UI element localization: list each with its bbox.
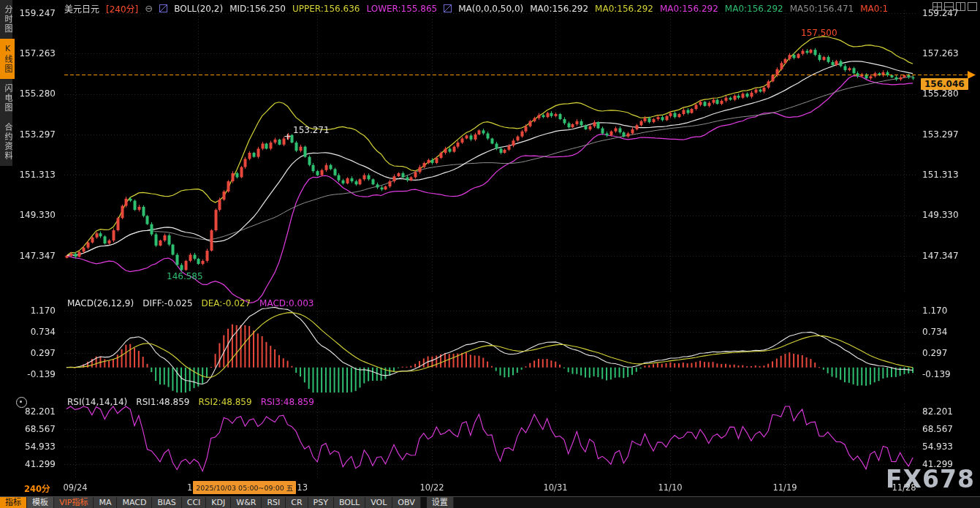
price-tick: 157.263 bbox=[18, 48, 56, 58]
tab-template[interactable]: 模板 bbox=[27, 497, 54, 508]
chart-canvas[interactable] bbox=[0, 0, 980, 508]
macd-label: MACD(26,12,9) bbox=[67, 298, 134, 308]
ma-value-2: MA0:156.292 bbox=[595, 4, 653, 14]
date-label: 11/28 bbox=[888, 482, 920, 493]
rsi-tick: 68.567 bbox=[922, 424, 960, 434]
date-label-fragment: 1 bbox=[187, 482, 192, 493]
tab-cr[interactable]: CR bbox=[286, 497, 308, 508]
price-tick: 153.297 bbox=[922, 129, 960, 140]
window-layout-hsplit-icon[interactable] bbox=[944, 2, 954, 11]
sidebar-item-contract-info[interactable]: 合约资料 bbox=[0, 118, 15, 166]
top-bar: 美元日元 [240分] ⊖ BOLL(20,2) MID:156.250 UPP… bbox=[64, 2, 888, 15]
price-tick: 147.347 bbox=[922, 251, 960, 261]
price-tick: 151.313 bbox=[18, 170, 56, 180]
ma-indicator-icon bbox=[444, 4, 452, 12]
time-axis: 240分 09/24 1 2025/10/03 05:00~09:00 五 13… bbox=[0, 481, 980, 494]
rsi3-value: RSI3:48.859 bbox=[261, 397, 314, 407]
price-tick: 149.330 bbox=[18, 210, 56, 220]
window-layout-single-icon[interactable] bbox=[968, 2, 977, 11]
price-tick: 149.330 bbox=[922, 210, 960, 220]
boll-upper-value: UPPER:156.636 bbox=[292, 4, 360, 14]
macd-title-row: MACD(26,12,9) DIFF:-0.025 DEA:-0.027 MAC… bbox=[67, 298, 314, 308]
price-tick: 159.247 bbox=[18, 8, 56, 18]
rsi-tick: 41.299 bbox=[18, 459, 56, 469]
tab-psy[interactable]: PSY bbox=[308, 497, 334, 508]
rsi1-value: RSI1:48.859 bbox=[136, 397, 189, 407]
window-controls bbox=[932, 2, 977, 11]
macd-tick: -0.139 bbox=[922, 369, 960, 379]
window-layout-vsplit-icon[interactable] bbox=[956, 2, 965, 11]
zoom-out-icon[interactable]: ⊖ bbox=[145, 3, 153, 14]
ma50-value: MA50:156.471 bbox=[790, 4, 854, 14]
period-label: [240分] bbox=[106, 2, 138, 15]
sidebar-item-time-chart[interactable]: 分时图 bbox=[0, 0, 15, 39]
tab-boll[interactable]: BOLL bbox=[334, 497, 365, 508]
date-range-tooltip: 2025/10/03 05:00~09:00 五 bbox=[193, 481, 296, 494]
macd-macd-value: MACD:0.003 bbox=[259, 298, 314, 308]
sidebar-item-kline-chart[interactable]: K线图 bbox=[0, 39, 15, 79]
tab-obv[interactable]: OBV bbox=[392, 497, 420, 508]
tab-kdj[interactable]: KDJ bbox=[206, 497, 231, 508]
macd-tick: 1.170 bbox=[18, 306, 56, 316]
macd-tick: -0.139 bbox=[18, 369, 56, 379]
macd-diff-value: DIFF:-0.025 bbox=[143, 298, 192, 308]
macd-tick: 0.734 bbox=[18, 327, 56, 337]
price-tick: 155.280 bbox=[18, 88, 56, 99]
date-label: 11/10 bbox=[654, 482, 686, 493]
price-tick: 151.313 bbox=[922, 170, 960, 180]
date-label-fragment: 13 bbox=[297, 482, 308, 493]
ma-value-4: MA0:156.292 bbox=[725, 4, 783, 14]
window-layout-grid-icon[interactable] bbox=[932, 2, 942, 11]
date-label: 09/24 bbox=[59, 482, 91, 493]
last-price-tag: 156.046 bbox=[921, 78, 968, 90]
tab-vip-indicators[interactable]: VIP指标 bbox=[54, 497, 94, 508]
sidebar-item-flash-chart[interactable]: 闪电图 bbox=[0, 79, 15, 118]
date-label: 10/22 bbox=[416, 482, 448, 493]
indicator-marker-icon[interactable] bbox=[16, 397, 27, 408]
rsi-tick: 82.201 bbox=[922, 406, 960, 417]
ma-value-1: MA0:156.292 bbox=[530, 4, 588, 14]
tab-rsi[interactable]: RSI bbox=[262, 497, 286, 508]
boll-lower-value: LOWER:155.865 bbox=[366, 4, 437, 14]
price-tick: 157.263 bbox=[922, 48, 960, 58]
tab-macd[interactable]: MACD bbox=[117, 497, 152, 508]
tab-bias[interactable]: BIAS bbox=[152, 497, 181, 508]
ma-value-3: MA0:156.292 bbox=[660, 4, 718, 14]
price-tick: 155.280 bbox=[922, 88, 960, 99]
rsi2-value: RSI2:48.859 bbox=[198, 397, 251, 407]
macd-tick: 0.734 bbox=[922, 327, 960, 337]
tab-wr[interactable]: W&R bbox=[231, 497, 262, 508]
boll-mid-value: MID:156.250 bbox=[229, 4, 286, 14]
ma-label: MA(0,0,0,50,0) bbox=[458, 4, 523, 14]
price-tick: 147.347 bbox=[18, 251, 56, 261]
date-label: 11/19 bbox=[769, 482, 801, 493]
price-tick: 153.297 bbox=[18, 129, 56, 140]
tab-ma[interactable]: MA bbox=[94, 497, 117, 508]
rsi-title-row: RSI(14,14,14) RSI1:48.859 RSI2:48.859 RS… bbox=[67, 397, 314, 407]
macd-tick: 1.170 bbox=[922, 306, 960, 316]
tab-vol[interactable]: VOL bbox=[365, 497, 392, 508]
rsi-tick: 68.567 bbox=[18, 424, 56, 434]
tab-indicators[interactable]: 指标 bbox=[0, 497, 27, 508]
tab-cci[interactable]: CCI bbox=[182, 497, 207, 508]
macd-dea-value: DEA:-0.027 bbox=[202, 298, 251, 308]
tab-settings[interactable]: 设置 bbox=[427, 497, 454, 508]
date-label: 10/31 bbox=[539, 482, 571, 493]
peak-price-annotation: 153.271 bbox=[293, 125, 330, 135]
rsi-tick: 82.201 bbox=[18, 406, 56, 417]
trading-app: 美元日元 [240分] ⊖ BOLL(20,2) MID:156.250 UPP… bbox=[0, 0, 980, 508]
macd-tick: 0.297 bbox=[922, 348, 960, 358]
symbol-name: 美元日元 bbox=[64, 2, 99, 15]
rsi-tick: 54.933 bbox=[18, 441, 56, 452]
boll-indicator-icon bbox=[159, 4, 167, 12]
crosshair-marker-icon: + bbox=[284, 131, 292, 142]
high-price-annotation: 157.500 bbox=[801, 28, 837, 38]
date-tooltip-row: 1 2025/10/03 05:00~09:00 五 13 bbox=[187, 481, 308, 494]
ma-value-6: MA0:1 bbox=[860, 4, 888, 14]
timeframe-label: 240分 bbox=[24, 482, 50, 494]
rsi-label: RSI(14,14,14) bbox=[67, 397, 127, 407]
rsi-tick: 54.933 bbox=[922, 441, 960, 452]
macd-tick: 0.297 bbox=[18, 348, 56, 358]
bottom-toolbar: 指标 模板 VIP指标 MA MACD BIAS CCI KDJ W&R RSI… bbox=[0, 496, 980, 508]
boll-label: BOLL(20,2) bbox=[174, 4, 223, 14]
